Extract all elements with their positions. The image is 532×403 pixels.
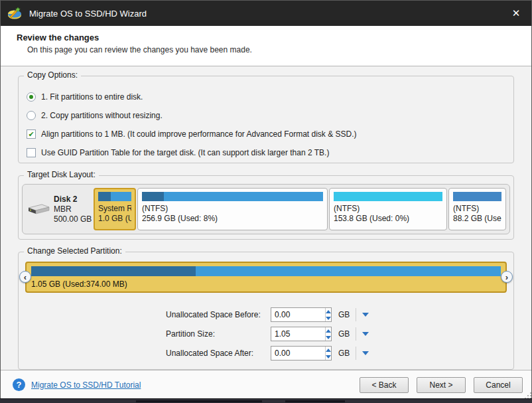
page-subtitle: On this page you can review the changes … [27,45,531,54]
spin-down-icon[interactable] [326,334,331,341]
spin-up-icon[interactable] [326,347,331,353]
option-label: 1. Fit partitions to entire disk. [41,92,143,102]
title-bar: Migrate OS to SSD/HD Wizard ✕ [1,1,531,26]
partition-system-reserved[interactable]: System Rese 1.0 GB (Used [94,188,136,230]
disk-capacity: 500.00 GB [54,214,92,224]
option-label: Align partitions to 1 MB. (It could impr… [41,129,357,139]
divider [356,347,356,360]
unallocated-after-value[interactable] [271,347,325,360]
unallocated-before-input[interactable] [271,307,332,322]
radio-fit-partitions[interactable]: 1. Fit partitions to entire disk. [27,88,505,106]
radio-icon[interactable] [27,111,36,120]
disk-panel: Disk 2 MBR 500.00 GB System Rese 1.0 GB … [22,184,510,234]
spinner-buttons [325,308,331,321]
partition-size-input[interactable] [271,327,332,341]
close-icon[interactable]: ✕ [501,1,531,26]
partition-ntfs-4[interactable]: (NTFS) 88.2 GB (Used: [448,188,506,230]
unit-label: GB [338,310,350,319]
spin-up-icon[interactable] [326,327,331,334]
app-icon [7,6,23,21]
field-label: Unallocated Space After: [166,349,271,358]
unit-label: GB [338,329,350,339]
partition-usage-bar [142,192,323,201]
unit-dropdown-icon[interactable] [362,351,369,355]
unit-label: GB [338,349,350,358]
window-title: Migrate OS to SSD/HD Wizard [29,9,147,19]
option-label: 2. Copy partitions without resizing. [41,111,163,120]
copy-options-group: Copy Options: 1. Fit partitions to entir… [18,76,514,163]
hard-disk-icon [27,201,50,217]
cancel-button[interactable]: Cancel [474,377,523,393]
field-label: Unallocated Space Before: [166,310,271,319]
target-disk-legend: Target Disk Layout: [24,170,99,179]
spin-down-icon[interactable] [326,353,331,360]
disk-info: Disk 2 MBR 500.00 GB [26,188,92,230]
partition-size-value[interactable] [271,327,325,341]
chevron-left-icon[interactable]: ‹ [19,271,31,283]
background-window-strip [0,398,532,403]
disk-table-type: MBR [54,204,92,214]
radio-copy-without-resizing[interactable]: 2. Copy partitions without resizing. [27,107,505,124]
partition-usage-bar [98,192,131,201]
wizard-header: Review the changes On this page you can … [1,26,531,66]
field-unallocated-before: Unallocated Space Before: GB [166,307,507,322]
help-icon[interactable]: ? [13,378,25,391]
partition-name: System Rese [98,204,131,214]
partition-info: 153.8 GB (Used: 0%) [334,214,442,224]
wizard-content: Copy Options: 1. Fit partitions to entir… [1,66,531,370]
chevron-right-icon[interactable]: › [501,271,513,283]
checkbox-icon[interactable]: ✔ [27,129,36,139]
field-partition-size: Partition Size: GB [166,327,507,341]
spinner-buttons [325,347,331,360]
radio-dot [29,95,33,99]
radio-icon[interactable] [27,92,36,102]
spinner-buttons [325,327,331,341]
back-button[interactable]: < Back [360,377,409,393]
spin-up-icon[interactable] [326,308,331,315]
divider [356,308,356,321]
partition-name: (NTFS) [334,204,442,214]
option-label: Use GUID Partition Table for the target … [41,148,329,157]
divider [356,327,356,341]
tutorial-link[interactable]: Migrate OS to SSD/HD Tutorial [31,380,141,390]
spin-down-icon[interactable] [326,315,331,321]
partition-ntfs-2[interactable]: (NTFS) 256.9 GB (Used: 8%) [137,188,328,230]
selected-partition-bar[interactable]: 1.05 GB (Used:374.00 MB) [25,262,507,293]
page-title: Review the changes [17,33,531,42]
partition-ntfs-3[interactable]: (NTFS) 153.8 GB (Used: 0%) [329,188,447,230]
selected-partition-label: 1.05 GB (Used:374.00 MB) [31,280,501,289]
unallocated-before-value[interactable] [271,308,325,321]
partition-info: 88.2 GB (Used: [453,214,501,224]
partition-info: 1.0 GB (Used [98,214,131,224]
disk-name: Disk 2 [54,195,92,204]
partition-name: (NTFS) [453,204,501,214]
footer-bar: ? Migrate OS to SSD/HD Tutorial < Back N… [1,370,531,399]
field-label: Partition Size: [166,329,271,339]
change-partition-group: Change Selected Partition: ‹ › 1.05 GB (… [18,252,514,370]
partition-name: (NTFS) [142,204,323,214]
check-icon: ✔ [28,130,34,138]
checkbox-icon[interactable] [27,148,36,157]
checkbox-use-guid[interactable]: Use GUID Partition Table for the target … [27,144,505,161]
unallocated-after-input[interactable] [271,346,332,361]
checkbox-align-partitions[interactable]: ✔ Align partitions to 1 MB. (It could im… [27,125,505,143]
partition-size-fields: Unallocated Space Before: GB Partition S… [166,307,507,361]
copy-options-legend: Copy Options: [24,70,81,80]
unit-dropdown-icon[interactable] [362,313,369,317]
next-button[interactable]: Next > [417,377,466,393]
target-disk-layout-group: Target Disk Layout: Disk 2 MBR 500.00 GB [18,175,514,240]
field-unallocated-after: Unallocated Space After: GB [166,346,507,361]
partition-usage-bar [453,192,501,201]
partition-usage-bar [334,192,442,201]
unit-dropdown-icon[interactable] [362,332,369,336]
resize-grip[interactable] [527,395,529,396]
change-partition-legend: Change Selected Partition: [24,246,125,256]
migrate-os-wizard-dialog: Migrate OS to SSD/HD Wizard ✕ Review the… [0,0,532,398]
partition-info: 256.9 GB (Used: 8%) [142,214,323,224]
partition-usage-bar [31,266,501,276]
